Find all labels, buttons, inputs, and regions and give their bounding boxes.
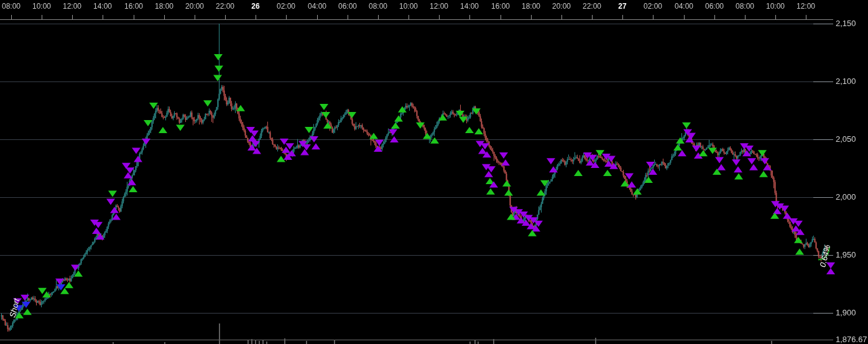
- time-tick-label: 02:00: [644, 2, 662, 11]
- time-tick-label: 12:00: [430, 2, 448, 11]
- time-tick-label: 10:00: [32, 2, 51, 11]
- time-tick-label: 08:00: [2, 2, 21, 11]
- time-tick-label: 06:00: [705, 2, 724, 11]
- time-tick-label: 02:00: [277, 2, 295, 11]
- time-tick-label: 18:00: [522, 2, 540, 11]
- time-axis[interactable]: 08:0010:0012:0014:0016:0018:0020:0022:00…: [0, 0, 868, 20]
- trading-chart-window: 08:0010:0012:0014:0016:0018:0020:0022:00…: [0, 0, 868, 344]
- time-tick-label: 14:00: [460, 2, 479, 11]
- time-tick-label: 14:00: [93, 2, 112, 11]
- time-tick-label: 10:00: [766, 2, 785, 11]
- time-tick-label: 16:00: [124, 2, 143, 11]
- time-tick-label: 04:00: [308, 2, 326, 11]
- time-tick-label: 18:00: [155, 2, 173, 11]
- time-tick-label: 16:00: [491, 2, 510, 11]
- time-tick-label-day: 27: [618, 2, 626, 11]
- time-tick-label: 04:00: [675, 2, 693, 11]
- candlestick-chart-canvas[interactable]: [0, 0, 868, 344]
- time-tick-label: 20:00: [185, 2, 204, 11]
- time-tick-label: 06:00: [338, 2, 357, 11]
- time-tick-label-day: 26: [251, 2, 259, 11]
- time-tick-label: 22:00: [583, 2, 601, 11]
- time-tick-label: 08:00: [369, 2, 387, 11]
- time-tick-label: 20:00: [552, 2, 571, 11]
- time-tick-label: 10:00: [399, 2, 418, 11]
- time-tick-label: 12:00: [796, 2, 815, 11]
- time-tick-label: 12:00: [63, 2, 81, 11]
- time-tick-label: 22:00: [216, 2, 234, 11]
- time-tick-label: 08:00: [736, 2, 754, 11]
